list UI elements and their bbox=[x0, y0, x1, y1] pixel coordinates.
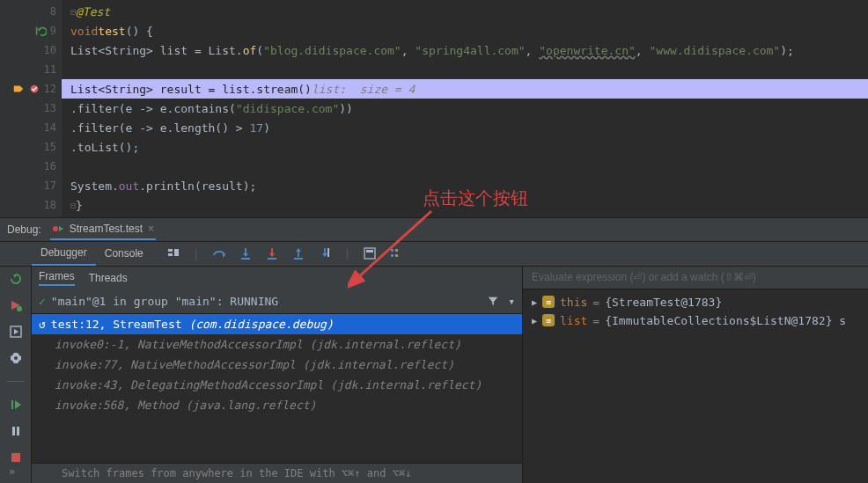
string-literal: "www.didispace.com" bbox=[649, 44, 780, 57]
svg-point-2 bbox=[53, 226, 58, 231]
trace-stream-icon[interactable] bbox=[389, 246, 403, 260]
rerun-icon[interactable] bbox=[34, 25, 47, 37]
tab-debugger[interactable]: Debugger bbox=[32, 242, 96, 266]
frames-hint: » Switch frames from anywhere in the IDE… bbox=[32, 463, 522, 483]
frame-row[interactable]: invoke0:-1, NativeMethodAccessorImpl (jd… bbox=[32, 334, 522, 355]
line-number: 14 bbox=[44, 121, 56, 134]
line-number: 13 bbox=[44, 102, 56, 114]
frames-status-bar: ✓ "main"@1 in group "main": RUNNING ▾ bbox=[32, 289, 522, 314]
filter-icon[interactable] bbox=[487, 295, 499, 307]
step-into-icon[interactable] bbox=[239, 246, 253, 260]
frame-row[interactable]: invoke:568, Method (java.lang.reflect) bbox=[32, 395, 522, 415]
tab-threads[interactable]: Threads bbox=[89, 272, 128, 284]
code-text: .filter(e -> e.length() > bbox=[70, 121, 250, 135]
var-eq: = bbox=[592, 314, 600, 327]
line-number: 12 bbox=[44, 83, 56, 95]
var-badge-icon: ≡ bbox=[542, 314, 555, 326]
svg-rect-4 bbox=[168, 253, 173, 256]
code-text: List<String> list = List. bbox=[70, 44, 243, 57]
settings-icon[interactable] bbox=[9, 351, 23, 365]
var-badge-icon: ≡ bbox=[542, 296, 555, 308]
svg-rect-9 bbox=[327, 248, 329, 257]
code-text: .println(result); bbox=[139, 179, 256, 193]
svg-rect-22 bbox=[11, 453, 20, 462]
line-number: 10 bbox=[44, 44, 56, 56]
string-literal: "blog.didispace.com" bbox=[263, 44, 401, 57]
frame-package: (jdk.internal.reflect) bbox=[330, 378, 482, 392]
expand-icon[interactable]: » bbox=[9, 465, 15, 478]
frame-restart-icon[interactable]: ↺ bbox=[39, 318, 46, 331]
method-name: test bbox=[98, 25, 125, 38]
current-execution-line: List<String> result = list.stream() list… bbox=[62, 79, 868, 99]
modify-run-icon[interactable] bbox=[9, 298, 23, 312]
pause-icon[interactable] bbox=[9, 424, 23, 438]
code-editor[interactable]: 8 9 10 11 12 13 14 15 16 17 18 19 20 ⊟ @… bbox=[0, 0, 868, 217]
svg-rect-12 bbox=[391, 249, 394, 252]
svg-rect-7 bbox=[268, 258, 276, 260]
svg-rect-21 bbox=[17, 427, 19, 435]
resume-icon[interactable] bbox=[9, 398, 23, 412]
svg-rect-13 bbox=[391, 254, 394, 257]
annotation-label: 点击这个按钮 bbox=[423, 187, 528, 210]
field-ref: out bbox=[119, 179, 139, 193]
frame-row[interactable]: invoke:77, NativeMethodAccessorImpl (jdk… bbox=[32, 355, 522, 375]
line-number: 8 bbox=[50, 5, 56, 18]
stop-and-rerun-icon[interactable] bbox=[9, 325, 23, 339]
frame-text: invoke0:-1, NativeMethodAccessorImpl bbox=[55, 338, 310, 351]
check-icon: ✓ bbox=[39, 295, 46, 308]
line-number: 9 bbox=[50, 25, 56, 37]
frame-text: invoke:77, NativeMethodAccessorImpl bbox=[55, 358, 303, 371]
chevron-right-icon[interactable]: ▶ bbox=[532, 297, 537, 307]
stop-icon[interactable] bbox=[9, 450, 23, 465]
var-name: this bbox=[560, 296, 587, 309]
code-text: )) bbox=[339, 102, 353, 115]
variables-list[interactable]: ▶ ≡ this = {StreamTest@1783} ▶ ≡ list = … bbox=[523, 289, 868, 333]
step-out-icon[interactable] bbox=[291, 246, 305, 260]
svg-rect-8 bbox=[294, 258, 303, 260]
code-text: System. bbox=[70, 179, 119, 193]
debug-tab-label: StreamTest.test bbox=[70, 223, 143, 235]
var-value: {StreamTest@1783} bbox=[605, 296, 722, 309]
svg-rect-6 bbox=[241, 258, 250, 260]
string-literal: "spring4all.com" bbox=[415, 44, 525, 57]
dropdown-icon[interactable]: ▾ bbox=[508, 295, 515, 308]
gutter: 8 9 10 11 12 13 14 15 16 17 18 19 20 bbox=[0, 0, 62, 217]
frame-row[interactable]: ↺test:12, StreamTest (com.didispace.debu… bbox=[32, 314, 522, 334]
frames-list[interactable]: ↺test:12, StreamTest (com.didispace.debu… bbox=[32, 314, 522, 464]
layout-icon[interactable] bbox=[166, 246, 180, 260]
chevron-right-icon[interactable]: ▶ bbox=[532, 316, 537, 326]
svg-rect-11 bbox=[366, 250, 373, 252]
line-number: 18 bbox=[44, 199, 56, 211]
annotation: @Test bbox=[76, 5, 110, 18]
code-area[interactable]: ⊟ @Test void test() { List<String> list … bbox=[62, 0, 868, 217]
run-to-cursor-icon[interactable] bbox=[318, 246, 332, 260]
breakpoint-icon[interactable] bbox=[28, 83, 40, 95]
svg-rect-5 bbox=[174, 249, 179, 256]
evaluate-icon[interactable] bbox=[363, 246, 377, 260]
tab-frames[interactable]: Frames bbox=[39, 270, 75, 286]
close-icon[interactable]: × bbox=[148, 223, 154, 235]
svg-rect-19 bbox=[11, 400, 13, 409]
debug-run-tab[interactable]: StreamTest.test × bbox=[50, 219, 156, 240]
frame-package: (com.didispace.debug) bbox=[188, 318, 333, 331]
line-number: 16 bbox=[44, 160, 56, 172]
var-value: {ImmutableCollections$ListN@1782} s bbox=[605, 314, 846, 327]
frame-row[interactable]: invoke:43, DelegatingMethodAccessorImpl … bbox=[32, 375, 522, 395]
line-number: 17 bbox=[44, 179, 56, 192]
number-literal: 17 bbox=[250, 121, 264, 135]
line-number: 15 bbox=[44, 141, 56, 153]
rerun-icon[interactable] bbox=[9, 272, 23, 286]
variable-row[interactable]: ▶ ≡ this = {StreamTest@1783} bbox=[523, 293, 868, 311]
frame-package: (jdk.internal.reflect) bbox=[303, 358, 454, 371]
force-step-into-icon[interactable] bbox=[265, 246, 279, 260]
svg-rect-14 bbox=[395, 249, 398, 252]
tab-console[interactable]: Console bbox=[96, 242, 152, 266]
frame-text: invoke:568, Method bbox=[55, 399, 186, 412]
variable-row[interactable]: ▶ ≡ list = {ImmutableCollections$ListN@1… bbox=[523, 311, 868, 330]
step-over-icon[interactable] bbox=[212, 246, 226, 260]
evaluate-input[interactable]: Evaluate expression (⏎) or add a watch (… bbox=[523, 267, 868, 289]
code-text: List<String> result = list.stream() bbox=[70, 83, 312, 96]
variables-panel: Evaluate expression (⏎) or add a watch (… bbox=[523, 267, 868, 484]
thread-status: "main"@1 in group "main": RUNNING bbox=[51, 295, 278, 308]
debug-toolwindow-header: Debug: StreamTest.test × bbox=[0, 217, 868, 242]
